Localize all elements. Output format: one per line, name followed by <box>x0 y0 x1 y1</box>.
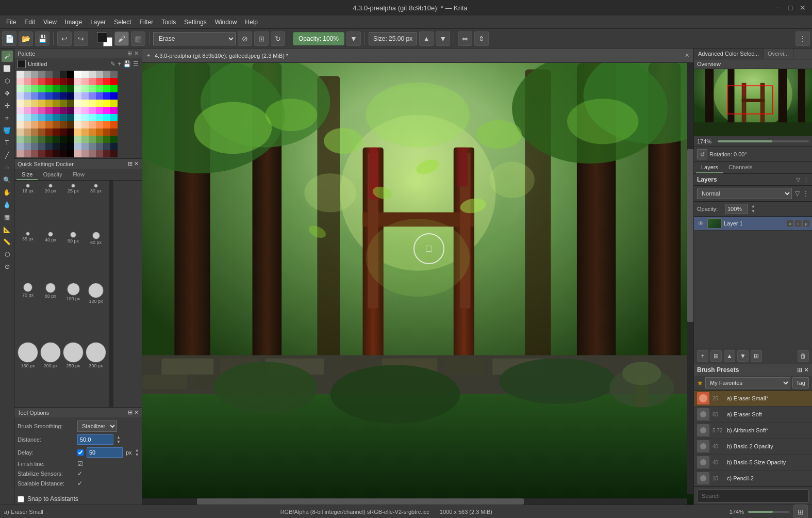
palette-color-cell[interactable] <box>31 136 38 143</box>
menu-item-filter[interactable]: Filter <box>136 18 158 27</box>
palette-close-icon[interactable]: ✕ <box>134 50 139 57</box>
palette-color-cell[interactable] <box>24 107 31 114</box>
palette-color-cell[interactable] <box>110 92 118 100</box>
layer-visibility-button[interactable]: 👁 <box>696 219 705 228</box>
flip-h-button[interactable]: ⇔ <box>458 31 472 46</box>
palette-color-cell[interactable] <box>53 78 60 85</box>
palette-color-cell[interactable] <box>89 150 96 157</box>
palette-color-cell[interactable] <box>74 92 81 100</box>
tool-zoom[interactable]: 🔍 <box>2 174 13 186</box>
palette-color-cell[interactable] <box>38 85 45 92</box>
palette-color-cell[interactable] <box>53 136 60 143</box>
tab-layers[interactable]: Layers <box>696 162 723 173</box>
opacity-button[interactable]: Opacity: 100% <box>293 32 344 45</box>
palette-color-cell[interactable] <box>16 114 24 121</box>
layer-inherit-alpha[interactable]: i <box>794 220 802 227</box>
palette-color-cell[interactable] <box>89 85 96 92</box>
palette-color-cell[interactable] <box>81 92 89 100</box>
menu-item-edit[interactable]: Edit <box>20 18 39 27</box>
tool-gradient[interactable]: ▦ <box>2 212 13 223</box>
brush-size-item[interactable]: 100 px <box>63 283 84 340</box>
brush-preset-item[interactable]: 25a) Eraser Small* <box>694 391 812 407</box>
tool-select-contiguous[interactable]: ⬡ <box>2 75 13 87</box>
size-up-button[interactable]: ▲ <box>419 31 434 46</box>
palette-color-cell[interactable] <box>53 85 60 92</box>
palette-color-cell[interactable] <box>81 114 89 121</box>
copy-layer-button[interactable]: ⊞ <box>710 350 722 362</box>
palette-color-cell[interactable] <box>103 78 110 85</box>
palette-color-cell[interactable] <box>103 71 110 78</box>
tool-transform[interactable]: ✥ <box>2 88 13 99</box>
palette-color-cell[interactable] <box>96 100 103 107</box>
palette-color-cell[interactable] <box>45 107 53 114</box>
palette-color-cell[interactable] <box>24 92 31 100</box>
palette-color-cell[interactable] <box>96 150 103 157</box>
palette-color-cell[interactable] <box>81 78 89 85</box>
palette-color-cell[interactable] <box>110 85 118 92</box>
layers-filter-icon[interactable]: ▽ <box>796 176 800 183</box>
palette-color-cell[interactable] <box>60 107 67 114</box>
opacity-up-arrow[interactable]: ▲ <box>751 204 755 209</box>
distance-arrows[interactable]: ▲ ▼ <box>117 435 121 444</box>
menu-item-select[interactable]: Select <box>110 18 135 27</box>
palette-color-cell[interactable] <box>110 143 118 150</box>
pattern-button[interactable]: ▦ <box>131 31 145 46</box>
brush-size-item[interactable]: 250 px <box>63 342 84 404</box>
palette-color-cell[interactable] <box>16 71 24 78</box>
palette-color-cell[interactable] <box>31 100 38 107</box>
palette-color-cell[interactable] <box>16 92 24 100</box>
palette-color-cell[interactable] <box>96 128 103 136</box>
vertical-scroll-thumb[interactable] <box>687 149 693 321</box>
save-document-button[interactable]: 💾 <box>35 31 49 46</box>
palette-color-cell[interactable] <box>16 78 24 85</box>
palette-color-cell[interactable] <box>103 85 110 92</box>
palette-color-cell[interactable] <box>110 100 118 107</box>
distance-down-arrow[interactable]: ▼ <box>117 440 121 444</box>
brush-size-item[interactable]: 16 px <box>18 184 38 230</box>
opacity-down-button[interactable]: ▼ <box>346 31 361 46</box>
canvas-scrollbar-vertical[interactable] <box>687 63 693 494</box>
palette-color-cell[interactable] <box>81 100 89 107</box>
brush-size-item[interactable]: 40 px <box>40 232 61 281</box>
palette-color-cell[interactable] <box>60 121 67 128</box>
palette-color-cell[interactable] <box>81 121 89 128</box>
active-fg-color[interactable] <box>18 60 26 68</box>
brush-size-item[interactable]: 70 px <box>18 283 38 340</box>
palette-color-cell[interactable] <box>38 143 45 150</box>
palette-color-cell[interactable] <box>16 107 24 114</box>
palette-color-cell[interactable] <box>96 136 103 143</box>
palette-color-cell[interactable] <box>45 71 53 78</box>
palette-color-cell[interactable] <box>24 128 31 136</box>
menu-item-tools[interactable]: Tools <box>157 18 180 27</box>
status-fullscreen-button[interactable]: ⊞ <box>793 505 808 519</box>
palette-color-cell[interactable] <box>67 85 74 92</box>
palette-color-cell[interactable] <box>81 85 89 92</box>
brush-size-item[interactable]: 60 px <box>86 232 106 281</box>
palette-color-cell[interactable] <box>53 150 60 157</box>
palette-color-cell[interactable] <box>16 143 24 150</box>
palette-color-cell[interactable] <box>96 85 103 92</box>
palette-color-cell[interactable] <box>110 136 118 143</box>
palette-color-cell[interactable] <box>45 78 53 85</box>
palette-color-cell[interactable] <box>45 136 53 143</box>
palette-color-cell[interactable] <box>74 136 81 143</box>
palette-color-cell[interactable] <box>74 100 81 107</box>
brush-clip-button[interactable]: ⊞ <box>254 31 269 46</box>
palette-color-cell[interactable] <box>96 92 103 100</box>
brush-refresh-button[interactable]: ↻ <box>271 31 285 46</box>
brush-size-item[interactable]: 35 px <box>18 232 38 281</box>
palette-color-cell[interactable] <box>67 143 74 150</box>
search-input[interactable] <box>697 489 809 503</box>
tool-path[interactable]: ⬡ <box>2 249 13 260</box>
palette-color-cell[interactable] <box>67 107 74 114</box>
snap-checkbox[interactable] <box>18 496 24 503</box>
brush-size-item[interactable]: 25 px <box>63 184 84 230</box>
palette-color-cell[interactable] <box>24 143 31 150</box>
layer-alpha-lock[interactable]: α <box>786 220 793 227</box>
brush-preset-item[interactable]: 10c) Pencil-2 <box>694 471 812 487</box>
palette-color-cell[interactable] <box>16 136 24 143</box>
delete-layer-button[interactable]: 🗑 <box>798 350 809 362</box>
palette-color-cell[interactable] <box>110 121 118 128</box>
palette-color-cell[interactable] <box>110 107 118 114</box>
palette-color-cell[interactable] <box>31 143 38 150</box>
